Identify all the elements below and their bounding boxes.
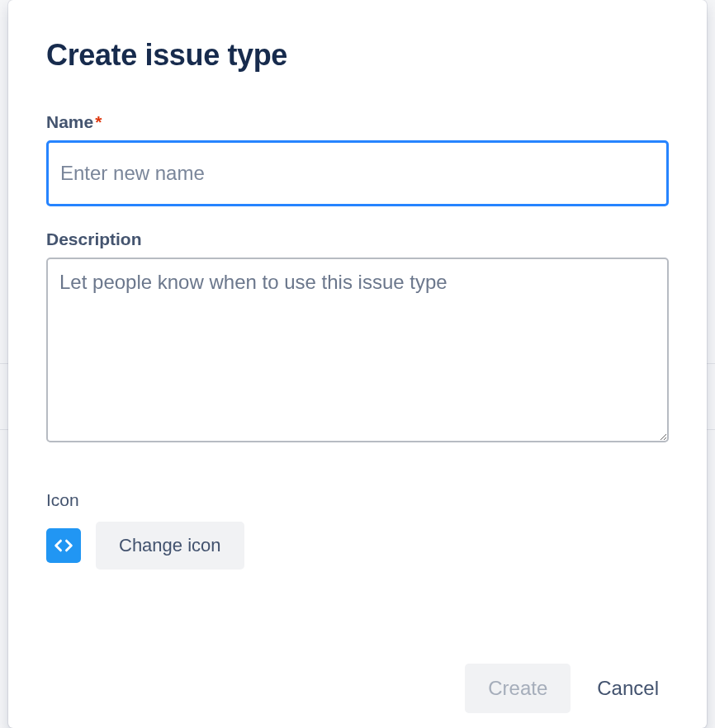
name-label-text: Name: [46, 112, 93, 131]
icon-field-group: Icon Change icon: [46, 490, 669, 570]
description-field-group: Description: [46, 229, 669, 446]
required-indicator: *: [95, 112, 102, 131]
code-icon: [52, 534, 75, 557]
icon-row: Change icon: [46, 522, 669, 570]
description-input[interactable]: [46, 258, 669, 442]
name-field-group: Name*: [46, 112, 669, 206]
change-icon-button[interactable]: Change icon: [96, 522, 244, 570]
icon-preview: [46, 528, 81, 563]
icon-label: Icon: [46, 490, 669, 510]
dialog-footer: Create Cancel: [465, 664, 669, 713]
name-input[interactable]: [46, 140, 669, 206]
create-button[interactable]: Create: [465, 664, 571, 713]
dialog-title: Create issue type: [46, 38, 669, 73]
name-label: Name*: [46, 112, 669, 132]
create-issue-type-dialog: Create issue type Name* Description Icon…: [8, 0, 707, 728]
description-label: Description: [46, 229, 669, 249]
cancel-button[interactable]: Cancel: [587, 664, 669, 713]
